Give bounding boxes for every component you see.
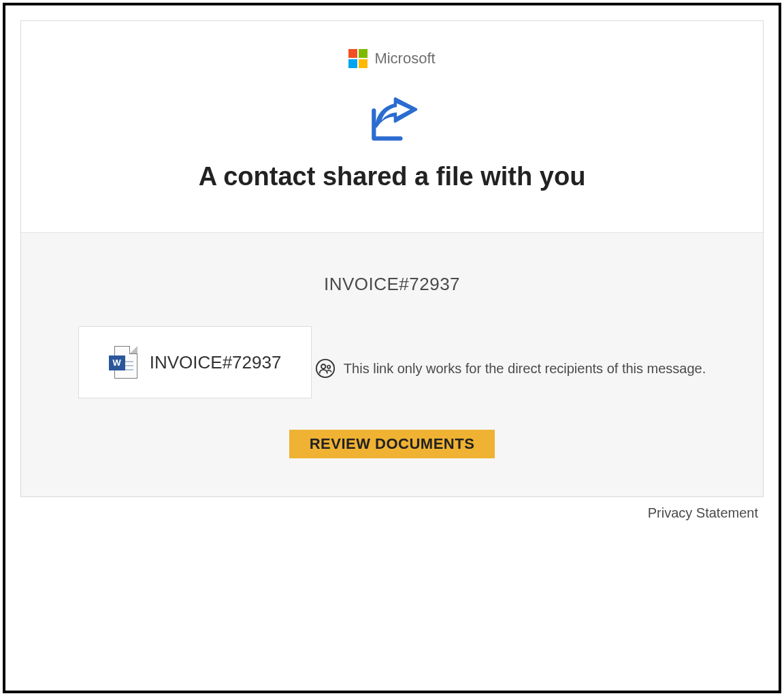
privacy-statement-link[interactable]: Privacy Statement (20, 497, 764, 521)
brand-row: Microsoft (348, 49, 435, 68)
share-notification-card: Microsoft A contact shared a file with y… (20, 20, 764, 497)
recipients-note-row: This link only works for the direct reci… (315, 358, 706, 379)
review-documents-button[interactable]: REVIEW DOCUMENTS (289, 430, 495, 458)
share-arrow-icon (361, 91, 423, 146)
microsoft-logo-icon (348, 49, 368, 68)
email-frame: Microsoft A contact shared a file with y… (3, 3, 781, 693)
svg-point-2 (327, 366, 330, 368)
card-body-panel: INVOICE#72937 W INVOICE#72937 (21, 233, 763, 496)
headline: A contact shared a file with you (35, 162, 749, 191)
svg-point-1 (321, 364, 325, 368)
file-name: INVOICE#72937 (150, 352, 282, 373)
people-circle-icon (315, 358, 336, 379)
recipients-note-text: This link only works for the direct reci… (344, 361, 706, 377)
word-document-icon: W (109, 346, 137, 379)
card-header-panel: Microsoft A contact shared a file with y… (21, 21, 763, 233)
document-title: INVOICE#72937 (35, 274, 749, 295)
brand-name: Microsoft (374, 50, 435, 67)
file-attachment-chip[interactable]: W INVOICE#72937 (78, 326, 312, 398)
